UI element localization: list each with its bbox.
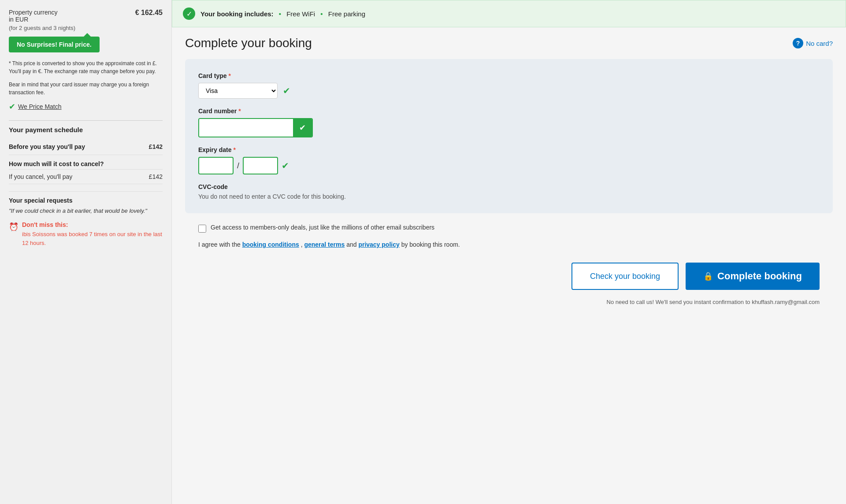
members-deal-row: Get access to members-only deals, just l… [198, 224, 820, 233]
card-type-select[interactable]: Visa Mastercard American Express [198, 83, 278, 99]
card-number-row: ✔ [198, 118, 313, 137]
booking-includes-item-1: Free WiFi [286, 10, 315, 18]
main-content: ✓ Your booking includes: • Free WiFi • F… [172, 0, 846, 504]
confirmation-note-text: No need to call us! We'll send you insta… [607, 299, 750, 305]
agreements-section: Get access to members-only deals, just l… [185, 224, 833, 249]
dont-miss-text: ibis Soissons was booked 7 times on our … [22, 230, 163, 247]
booking-includes-text: Your booking includes: • Free WiFi • Fre… [200, 10, 365, 18]
terms-text-before: I agree with the [198, 241, 241, 248]
card-type-required: * [229, 72, 231, 79]
cancel-label: If you cancel, you'll pay [9, 173, 72, 180]
card-fee-note: Bear in mind that your card issuer may c… [9, 81, 163, 96]
cvc-note: You do not need to enter a CVC code for … [198, 193, 820, 200]
before-stay-label: Before you stay you'll pay [9, 143, 85, 150]
expiry-date-required: * [233, 146, 235, 153]
complete-booking-section: Complete your booking ? No card? Card ty… [172, 36, 846, 305]
members-deal-checkbox[interactable] [198, 225, 206, 233]
expiry-date-label: Expiry date * [198, 146, 820, 153]
action-buttons: Check your booking 🔒 Complete booking [185, 263, 833, 290]
check-booking-button[interactable]: Check your booking [571, 263, 679, 290]
terms-row: I agree with the booking conditions , ge… [198, 240, 820, 249]
dont-miss-title: Don't miss this: [22, 221, 163, 228]
complete-booking-title: Complete your booking [185, 36, 312, 50]
expiry-check-icon: ✔ [282, 160, 289, 171]
expiry-date-field: Expiry date * / ✔ [198, 146, 820, 174]
expiry-separator: / [237, 161, 239, 170]
complete-booking-label: Complete booking [717, 271, 802, 282]
currency-code: in EUR [9, 16, 57, 23]
confirmation-note: No need to call us! We'll send you insta… [185, 299, 833, 305]
terms-text-after: by booking this room. [401, 241, 460, 248]
booking-includes-bullet1: • [279, 10, 281, 18]
card-type-label: Card type * [198, 72, 820, 79]
card-number-required: * [238, 107, 241, 115]
question-icon: ? [793, 38, 803, 48]
alarm-icon: ⏰ [9, 222, 19, 232]
card-number-input[interactable] [199, 119, 293, 137]
payment-schedule-title: Your payment schedule [9, 126, 163, 133]
price-match-check-icon: ✔ [9, 102, 15, 111]
no-card-link[interactable]: ? No card? [793, 38, 833, 48]
cancel-value: £142 [149, 173, 163, 180]
card-form-container: Card type * Visa Mastercard American Exp… [185, 59, 833, 213]
card-type-field: Card type * Visa Mastercard American Exp… [198, 72, 820, 99]
property-currency-value: € 162.45 [135, 9, 163, 17]
expiry-month-input[interactable] [198, 157, 234, 174]
price-note: * This price is converted to show you th… [9, 59, 163, 75]
booking-includes-item-2: Free parking [328, 10, 365, 18]
card-type-row: Visa Mastercard American Express ✔ [198, 83, 820, 99]
card-type-check-icon: ✔ [283, 85, 290, 96]
card-number-label: Card number * [198, 107, 820, 115]
booking-includes-check-icon: ✓ [183, 7, 195, 20]
card-number-check-icon: ✔ [299, 123, 306, 133]
no-card-label: No card? [806, 40, 833, 47]
price-match-label: We Price Match [18, 103, 62, 110]
booking-includes-banner: ✓ Your booking includes: • Free WiFi • F… [172, 0, 846, 27]
cvc-section: CVC-code You do not need to enter a CVC … [198, 183, 820, 200]
card-number-field: Card number * ✔ [198, 107, 820, 137]
no-surprises-button[interactable]: No Surprises! Final price. [9, 37, 100, 52]
booking-conditions-link[interactable]: booking conditions [242, 241, 299, 248]
expiry-row: / ✔ [198, 157, 820, 174]
booking-includes-bullet2: • [320, 10, 323, 18]
special-requests-title: Your special requests [9, 191, 163, 204]
general-terms-link[interactable]: general terms [304, 241, 345, 248]
special-request-text: "If we could check in a bit earlier, tha… [9, 208, 163, 214]
before-stay-value: £142 [149, 143, 163, 150]
booking-includes-label: Your booking includes: [200, 10, 274, 18]
guests-nights: (for 2 guests and 3 nights) [9, 25, 163, 31]
cancel-title: How much will it cost to cancel? [9, 160, 163, 167]
confirmation-email: khuffash.ramy@gmail.com [752, 299, 820, 305]
card-number-check-button[interactable]: ✔ [293, 119, 312, 137]
cvc-label: CVC-code [198, 183, 820, 190]
complete-booking-button[interactable]: 🔒 Complete booking [686, 263, 820, 290]
sidebar: Property currency in EUR € 162.45 (for 2… [0, 0, 172, 504]
members-deal-text: Get access to members-only deals, just l… [211, 224, 434, 231]
privacy-policy-link[interactable]: privacy policy [358, 241, 399, 248]
expiry-year-input[interactable] [243, 157, 278, 174]
lock-icon: 🔒 [703, 271, 713, 281]
property-currency-label: Property currency [9, 9, 57, 16]
complete-booking-header: Complete your booking ? No card? [185, 36, 833, 50]
terms-text-comma: , [301, 241, 303, 248]
